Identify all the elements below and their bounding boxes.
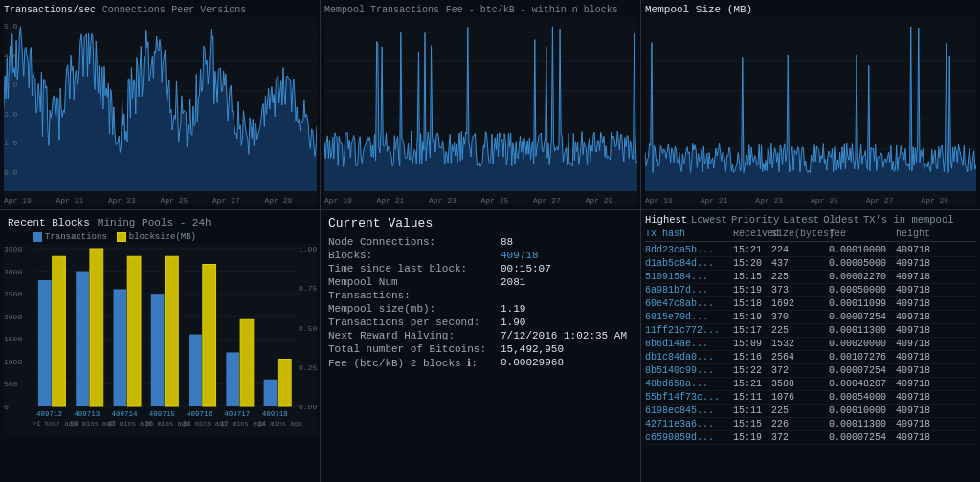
table-row: 6198ec845... 15:11 225 0.00010000 409718 [645, 405, 976, 418]
cv-row: Node Connections:88 [328, 236, 633, 248]
cv-row: Next Reward Halving:7/12/2016 1:02:35 AM [328, 330, 633, 341]
tx-height: 409718 [896, 339, 934, 349]
legend-transactions-box [33, 232, 42, 242]
col-fee: fee [829, 229, 894, 239]
table-row: 55bf14f73c... 15:11 1076 0.00054000 4097… [645, 391, 976, 405]
tx-size: 373 [771, 285, 827, 296]
cv-value: 1.19 [501, 303, 525, 315]
tx-recv: 15:19 [733, 312, 769, 322]
tx-size: 1076 [771, 392, 827, 403]
tx-hash[interactable]: 8dd23ca5b... [645, 245, 731, 255]
mempool-transactions-panel: Mempool Transactions Fee - btc/kB - with… [321, 0, 641, 209]
tx-hash[interactable]: 6198ec845... [645, 405, 731, 416]
tx-fee: 0.00107276 [829, 352, 894, 362]
tx-recv: 15:16 [733, 352, 769, 362]
transactions-chart [4, 17, 317, 205]
chart1-tabs: Transactions/sec Connections Peer Versio… [4, 4, 316, 15]
mempool-table-panel: HighestLowestPriorityLatestOldestTX's in… [641, 210, 980, 482]
mempool-tab[interactable]: Priority [731, 214, 779, 226]
mempool-tab[interactable]: TX's in mempool [863, 214, 954, 226]
tx-hash[interactable]: db1c84da0... [645, 352, 731, 362]
cv-value: 0.00029968 [501, 357, 564, 369]
tab-connections[interactable]: Connections [102, 5, 166, 15]
mempool-tab[interactable]: Highest [645, 214, 687, 226]
tx-hash[interactable]: 48bd658a... [645, 379, 731, 389]
tx-size: 225 [771, 405, 827, 416]
tx-fee: 0.00011300 [829, 325, 894, 336]
tx-fee: 0.00007254 [829, 432, 894, 443]
tab-transactions[interactable]: Transactions/sec [4, 5, 96, 15]
cv-label: Fee (btc/kB) 2 blocks ℹ: [328, 357, 501, 369]
tx-size: 372 [771, 365, 827, 376]
tx-height: 409718 [896, 258, 934, 269]
tx-fee: 0.00002270 [829, 272, 894, 282]
bar-legend: Transactions blocksize(MB) [33, 232, 316, 242]
tx-height: 409718 [896, 272, 934, 282]
tx-hash[interactable]: 8b5140c99... [645, 365, 731, 376]
table-row: d1ab5c84d... 15:20 437 0.00005000 409718 [645, 257, 976, 271]
cv-value: 7/12/2016 1:02:35 AM [501, 330, 627, 341]
tx-hash[interactable]: 11ff21c772... [645, 325, 731, 336]
cv-row: Transactions: [328, 290, 633, 301]
tx-hash[interactable]: 55bf14f73c... [645, 392, 731, 403]
mempool-rows: 8dd23ca5b... 15:21 224 0.00010000 409718… [645, 244, 976, 445]
cv-label: Blocks: [328, 250, 501, 261]
tab-mining-pools[interactable]: Mining Pools - 24h [98, 217, 212, 229]
tx-hash[interactable]: 6815e70d... [645, 312, 731, 322]
legend-transactions-label: Transactions [45, 232, 107, 242]
cv-row: Transactions per second:1.90 [328, 317, 633, 328]
cv-label: Node Connections: [328, 236, 501, 248]
tx-height: 409718 [896, 379, 934, 389]
tx-recv: 15:22 [733, 365, 769, 376]
cv-label: Time since last block: [328, 263, 501, 274]
tab-recent-blocks[interactable]: Recent Blocks [8, 217, 90, 229]
tx-size: 225 [771, 272, 827, 282]
mempool-transactions-chart [324, 17, 637, 205]
tx-height: 409718 [896, 432, 934, 443]
cv-row: Mempool Num2081 [328, 276, 633, 288]
bar-chart [4, 244, 317, 435]
mempool-tab[interactable]: Lowest [691, 214, 727, 226]
col-size: size(bytes) [771, 229, 827, 239]
tx-recv: 15:11 [733, 405, 769, 416]
tx-fee: 0.00050000 [829, 285, 894, 296]
tx-hash[interactable]: 51091584... [645, 272, 731, 282]
tx-fee: 0.00054000 [829, 392, 894, 403]
tx-fee: 0.00010000 [829, 245, 894, 255]
mempool-tab[interactable]: Latest [783, 214, 819, 226]
tab-peer-versions[interactable]: Peer Versions [171, 5, 246, 15]
table-row: db1c84da0... 15:16 2564 0.00107276 40971… [645, 351, 976, 364]
transactions-panel: Transactions/sec Connections Peer Versio… [0, 0, 321, 209]
current-values-panel: Current Values Node Connections:88Blocks… [321, 210, 641, 482]
mempool-tabs: HighestLowestPriorityLatestOldestTX's in… [645, 214, 976, 226]
tx-size: 224 [771, 245, 827, 255]
cv-value[interactable]: 409718 [501, 250, 539, 261]
tx-size: 370 [771, 312, 827, 322]
tx-size: 2564 [771, 352, 827, 362]
cv-row: Fee (btc/kB) 2 blocks ℹ:0.00029968 [328, 357, 633, 369]
tx-size: 3588 [771, 379, 827, 389]
cv-label: Transactions per second: [328, 317, 501, 328]
current-values-title: Current Values [328, 216, 633, 230]
chart3-title: Mempool Size (MB) [645, 4, 976, 15]
cv-row: Mempool size(mb):1.19 [328, 303, 633, 315]
tx-hash[interactable]: 6a981b7d... [645, 285, 731, 296]
table-row: 6a981b7d... 15:19 373 0.00050000 409718 [645, 284, 976, 297]
tx-recv: 15:21 [733, 379, 769, 389]
table-row: 8b5140c99... 15:22 372 0.00007254 409718 [645, 364, 976, 378]
tx-hash[interactable]: 42711e3a6... [645, 419, 731, 429]
tx-hash[interactable]: 8b6d14ae... [645, 339, 731, 349]
mempool-tab[interactable]: Oldest [823, 214, 859, 226]
tx-hash[interactable]: 60e47c8ab... [645, 298, 731, 309]
tx-hash[interactable]: c6590859d... [645, 432, 731, 443]
tx-size: 1692 [771, 298, 827, 309]
tx-recv: 15:17 [733, 325, 769, 336]
current-values-table: Node Connections:88Blocks:409718Time sin… [328, 236, 633, 369]
tx-recv: 15:09 [733, 339, 769, 349]
tx-recv: 15:15 [733, 419, 769, 429]
tx-height: 409718 [896, 392, 934, 403]
tx-height: 409718 [896, 245, 934, 255]
tx-hash[interactable]: d1ab5c84d... [645, 258, 731, 269]
tx-recv: 15:18 [733, 298, 769, 309]
recent-blocks-panel: Recent Blocks Mining Pools - 24h Transac… [0, 210, 321, 482]
